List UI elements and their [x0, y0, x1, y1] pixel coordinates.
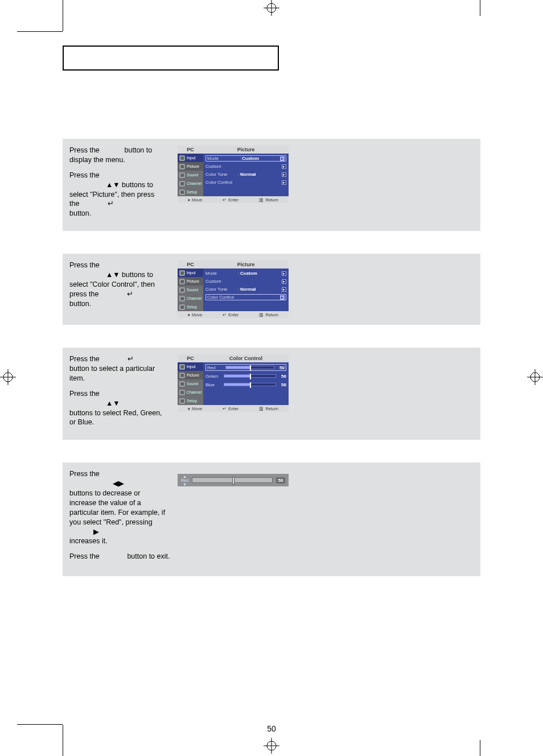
- osd-tab-label: Input: [187, 156, 196, 160]
- osd-row-value: Custom: [242, 156, 280, 161]
- osd-source-label: PC: [178, 147, 203, 152]
- crop-mark: [63, 725, 63, 756]
- page-number: 50: [267, 724, 276, 733]
- osd-row-value: Normal: [240, 172, 282, 177]
- osd-row-label: Custom: [205, 164, 237, 169]
- osd-tab-picture[interactable]: ▦Picture: [178, 371, 203, 379]
- osd-menu-2: PC Picture ▦Input▦Picture▦Sound▦Channel▦…: [178, 261, 289, 318]
- tab-icon: ▦: [179, 181, 185, 187]
- osd-tab-channel[interactable]: ▦Channel: [178, 388, 203, 396]
- osd-row-color-control[interactable]: Color Control▸: [205, 179, 286, 185]
- osd-tab-setup[interactable]: ▦Setup: [178, 188, 203, 196]
- osd-tab-label: Channel: [187, 296, 201, 300]
- tab-icon: ▦: [179, 364, 185, 370]
- crop-mark: [17, 724, 63, 725]
- red-slider-track[interactable]: [192, 477, 273, 483]
- osd-tab-label: Sound: [187, 382, 198, 386]
- step-4-text-1: Press the LEFT/RIGHT ◀▶ buttons to decre…: [69, 469, 166, 546]
- color-slider-track[interactable]: [224, 374, 276, 378]
- color-row-value: 50: [278, 382, 286, 387]
- step-4-text-2: Press the button to exit.: [69, 552, 166, 561]
- osd-source-label: PC: [178, 262, 203, 267]
- osd-row-label: Custom: [205, 279, 237, 284]
- red-slider-value: 50: [276, 477, 285, 484]
- osd-tab-channel[interactable]: ▦Channel: [178, 179, 203, 188]
- color-row-green[interactable]: Green50: [205, 373, 286, 379]
- step-3-text-1: Press the ENTER ↵ button to select a par…: [69, 354, 166, 383]
- osd-footer-enter: ↵Enter: [223, 312, 238, 317]
- up-down-glyph: ▲▼: [106, 271, 120, 279]
- osd-tab-picture[interactable]: ▦Picture: [178, 277, 203, 286]
- osd-row-mode[interactable]: Mode:Custom▸: [205, 155, 286, 162]
- color-slider-thumb[interactable]: [250, 382, 251, 388]
- color-row-value: 50: [278, 374, 286, 379]
- color-row-blue[interactable]: Blue50: [205, 381, 286, 388]
- osd-tab-setup[interactable]: ▦Setup: [178, 303, 203, 311]
- osd-row-mode[interactable]: Mode:Custom▸: [205, 270, 286, 276]
- osd-tab-label: Picture: [187, 373, 199, 377]
- osd-row-label: Mode: [207, 156, 238, 161]
- color-slider-thumb[interactable]: [250, 374, 251, 379]
- section-title-box: [63, 46, 279, 71]
- crop-mark: [480, 740, 480, 756]
- tab-icon: ▦: [179, 287, 185, 293]
- osd-tab-sound[interactable]: ▦Sound: [178, 286, 203, 294]
- enter-glyph: ↵: [127, 290, 133, 298]
- osd-row-color-tone[interactable]: Color Tone:Normal▸: [205, 286, 286, 292]
- osd-tab-sound[interactable]: ▦Sound: [178, 171, 203, 179]
- osd-footer-return: ▥Return: [259, 312, 278, 317]
- enter-glyph: ↵: [127, 355, 134, 363]
- enter-glyph: ↵: [108, 200, 114, 208]
- osd-footer-return: ▥Return: [259, 197, 278, 203]
- osd-tab-sound[interactable]: ▦Sound: [178, 379, 203, 388]
- up-arrow-icon: ▲: [183, 474, 187, 478]
- tab-icon: ▦: [179, 279, 185, 284]
- osd-tab-label: Input: [187, 271, 196, 275]
- osd-row-label: Color Tone: [205, 287, 237, 292]
- osd-tab-label: Input: [187, 365, 196, 369]
- osd-tab-picture[interactable]: ▦Picture: [178, 162, 203, 171]
- osd-footer-return: ▥Return: [259, 406, 278, 411]
- osd-tab-label: Picture: [187, 164, 199, 168]
- red-slider-label: Red: [181, 478, 188, 482]
- step-1-block: Press the MENU button to display the men…: [63, 139, 480, 231]
- osd-row-label: Color Control: [205, 180, 237, 185]
- color-slider-track[interactable]: [224, 382, 276, 387]
- red-slider-thumb[interactable]: [232, 477, 235, 485]
- color-row-red[interactable]: Red50: [205, 364, 286, 371]
- osd-footer-move: ♦Move: [188, 406, 202, 411]
- step-1-text-1: Press the MENU button to display the men…: [69, 146, 166, 165]
- osd-tab-label: Setup: [187, 190, 197, 194]
- chevron-right-icon: ▸: [282, 287, 286, 292]
- step-2-text-1: Press the UP/DOWN ▲▼ buttons to select "…: [69, 261, 166, 308]
- tab-icon: ▦: [179, 296, 185, 301]
- osd-row-custom[interactable]: Custom▸: [205, 278, 286, 284]
- osd-row-label: Color Control: [207, 295, 238, 300]
- up-down-glyph: ▲▼: [106, 399, 120, 407]
- tab-icon: ▦: [179, 304, 185, 310]
- osd-tab-label: Setup: [187, 305, 197, 309]
- osd-footer-move: ♦Move: [188, 197, 202, 203]
- chevron-right-icon: ▸: [282, 172, 286, 177]
- osd-tab-input[interactable]: ▦Input: [178, 362, 203, 371]
- osd-footer-move: ♦Move: [188, 312, 202, 317]
- osd-row-custom[interactable]: Custom▸: [205, 163, 286, 170]
- osd-tab-channel[interactable]: ▦Channel: [178, 294, 203, 303]
- osd-tab-input[interactable]: ▦Input: [178, 268, 203, 277]
- color-slider-track[interactable]: [225, 365, 274, 370]
- osd-title: Color Control: [203, 356, 289, 361]
- chevron-right-icon: ▸: [282, 271, 286, 276]
- osd-menu-3: PC Color Control ▦Input▦Picture▦Sound▦Ch…: [178, 354, 289, 433]
- register-mark-left: [0, 369, 16, 387]
- osd-tab-label: Sound: [187, 173, 198, 177]
- tab-icon: ▦: [179, 381, 185, 387]
- crop-mark: [17, 31, 63, 32]
- chevron-right-icon: ▸: [282, 180, 286, 185]
- osd-tab-setup[interactable]: ▦Setup: [178, 396, 203, 405]
- color-slider-thumb[interactable]: [250, 365, 251, 371]
- crop-mark: [63, 0, 63, 31]
- up-down-glyph: ▲▼: [106, 181, 120, 189]
- osd-row-color-tone[interactable]: Color Tone:Normal▸: [205, 171, 286, 177]
- osd-tab-input[interactable]: ▦Input: [178, 154, 203, 162]
- osd-row-color-control[interactable]: Color Control▸: [205, 294, 286, 300]
